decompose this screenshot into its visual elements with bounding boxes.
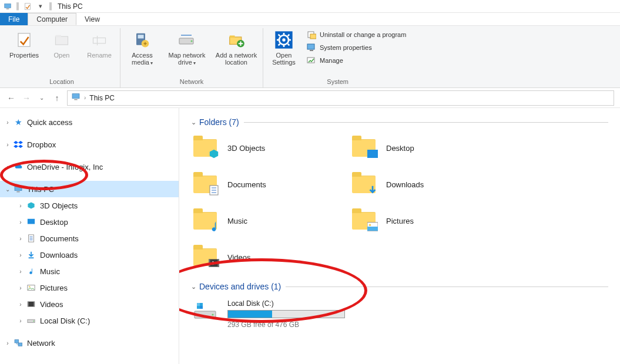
svg-rect-5 bbox=[56, 35, 61, 38]
folder-downloads[interactable]: Downloads bbox=[350, 169, 508, 200]
svg-point-58 bbox=[369, 224, 371, 227]
recent-locations-button[interactable]: ⌄ bbox=[36, 95, 47, 101]
svg-rect-9 bbox=[138, 35, 144, 38]
properties-icon bbox=[15, 31, 33, 49]
open-button[interactable]: Open bbox=[45, 28, 79, 74]
open-settings-button[interactable]: Open Settings bbox=[267, 28, 301, 74]
disk-icon bbox=[26, 315, 36, 326]
chevron-right-icon[interactable]: › bbox=[16, 301, 25, 308]
pictures-icon bbox=[26, 282, 36, 293]
svg-rect-60 bbox=[209, 259, 210, 267]
folder-videos[interactable]: Videos bbox=[191, 242, 350, 272]
properties-button[interactable]: Properties bbox=[7, 28, 41, 74]
drive-local-disk[interactable]: Local Disk (C:) 293 GB free of 476 GB bbox=[191, 297, 608, 331]
uninstall-program-button[interactable]: Uninstall or change a program bbox=[304, 28, 408, 41]
tree-quick-access[interactable]: › ★ Quick access bbox=[0, 114, 179, 130]
section-divider bbox=[286, 287, 608, 287]
svg-rect-1 bbox=[6, 8, 9, 9]
properties-qat-icon[interactable] bbox=[22, 1, 33, 12]
chevron-right-icon[interactable]: › bbox=[16, 268, 25, 275]
chevron-right-icon[interactable]: › bbox=[16, 203, 25, 209]
folders-section-header[interactable]: ⌄ Folders (7) bbox=[191, 117, 608, 127]
content-pane: ⌄ Folders (7) 3D Objects Desktop Documen… bbox=[179, 108, 620, 364]
svg-rect-36 bbox=[28, 219, 35, 224]
svg-point-48 bbox=[33, 321, 35, 322]
folder-3d-objects[interactable]: 3D Objects bbox=[191, 133, 350, 163]
music-folder-icon bbox=[191, 207, 219, 235]
add-network-location-button[interactable]: Add a network location bbox=[213, 28, 259, 74]
pc-icon bbox=[2, 1, 13, 12]
chevron-right-icon[interactable]: › bbox=[4, 340, 12, 346]
desktop-icon bbox=[26, 217, 36, 227]
chevron-down-icon[interactable]: ⌄ bbox=[4, 186, 12, 193]
svg-rect-32 bbox=[72, 94, 79, 99]
chevron-right-icon[interactable]: › bbox=[16, 285, 25, 291]
folder-desktop[interactable]: Desktop bbox=[350, 133, 508, 163]
tree-downloads[interactable]: › Downloads bbox=[0, 247, 179, 263]
chevron-right-icon[interactable]: › bbox=[16, 252, 25, 258]
svg-rect-4 bbox=[56, 36, 68, 45]
chevron-right-icon[interactable]: › bbox=[16, 318, 25, 324]
onedrive-icon bbox=[13, 161, 24, 172]
access-media-icon bbox=[133, 31, 152, 49]
downloads-folder-icon bbox=[350, 170, 378, 198]
manage-button[interactable]: Manage bbox=[304, 54, 408, 67]
chevron-right-icon[interactable]: › bbox=[4, 141, 12, 148]
tree-videos[interactable]: › Videos bbox=[0, 296, 179, 312]
tree-music[interactable]: › Music bbox=[0, 263, 179, 279]
svg-rect-29 bbox=[307, 44, 314, 49]
map-drive-button[interactable]: Map network drive bbox=[164, 28, 210, 74]
drives-section-header[interactable]: ⌄ Devices and drives (1) bbox=[191, 282, 608, 291]
chevron-down-icon[interactable]: ▾ bbox=[35, 1, 46, 12]
folder-documents[interactable]: Documents bbox=[191, 169, 350, 200]
chevron-right-icon[interactable]: › bbox=[16, 219, 25, 225]
svg-rect-51 bbox=[367, 150, 378, 158]
svg-rect-46 bbox=[33, 302, 35, 307]
folder-music[interactable]: Music bbox=[191, 205, 350, 236]
address-bar[interactable]: › This PC bbox=[67, 90, 614, 106]
section-divider bbox=[244, 122, 608, 123]
tree-3d-objects[interactable]: › 3D Objects bbox=[0, 197, 179, 214]
folder-pictures[interactable]: Pictures bbox=[350, 205, 508, 236]
up-button[interactable]: ↑ bbox=[52, 93, 62, 103]
tab-view[interactable]: View bbox=[76, 13, 108, 25]
tree-dropbox[interactable]: › Dropbox bbox=[0, 136, 179, 153]
chevron-right-icon[interactable]: › bbox=[4, 119, 12, 126]
window-title: This PC bbox=[58, 2, 83, 11]
desktop-folder-icon bbox=[350, 134, 378, 162]
chevron-down-icon: ⌄ bbox=[191, 283, 199, 291]
tree-network[interactable]: › Network bbox=[0, 335, 179, 351]
forward-button[interactable]: → bbox=[21, 93, 32, 103]
rename-button[interactable]: Rename bbox=[82, 28, 116, 74]
svg-line-23 bbox=[279, 35, 280, 36]
svg-rect-50 bbox=[18, 343, 22, 346]
tree-desktop[interactable]: › Desktop bbox=[0, 214, 179, 230]
system-properties-button[interactable]: System properties bbox=[304, 41, 408, 54]
svg-rect-33 bbox=[74, 99, 77, 100]
svg-rect-66 bbox=[200, 306, 203, 309]
rename-icon bbox=[90, 31, 109, 49]
ribbon-group-location: Properties Open Rename Location bbox=[4, 28, 120, 87]
svg-rect-6 bbox=[93, 38, 106, 43]
back-button[interactable]: ← bbox=[6, 93, 16, 103]
tree-onedrive[interactable]: › OneDrive - Infogix, Inc bbox=[0, 159, 179, 175]
breadcrumb-root[interactable]: This PC bbox=[89, 94, 115, 102]
tree-this-pc[interactable]: ⌄ This PC bbox=[0, 181, 179, 197]
tree-local-disk[interactable]: › Local Disk (C:) bbox=[0, 312, 179, 329]
videos-folder-icon bbox=[191, 243, 219, 271]
access-media-button[interactable]: Access media bbox=[124, 28, 160, 74]
svg-point-63 bbox=[212, 314, 213, 315]
svg-line-25 bbox=[288, 35, 290, 36]
svg-rect-14 bbox=[230, 36, 235, 38]
svg-rect-45 bbox=[28, 302, 29, 307]
svg-line-24 bbox=[288, 44, 290, 46]
chevron-right-icon[interactable]: › bbox=[4, 164, 12, 170]
ribbon-tabs: File Computer View bbox=[0, 13, 620, 26]
tree-pictures[interactable]: › Pictures bbox=[0, 279, 179, 296]
3d-objects-icon bbox=[26, 200, 36, 211]
chevron-right-icon[interactable]: › bbox=[16, 235, 25, 242]
tab-computer[interactable]: Computer bbox=[28, 13, 76, 25]
tree-documents[interactable]: › Documents bbox=[0, 230, 179, 247]
svg-point-43 bbox=[29, 286, 30, 287]
tab-file[interactable]: File bbox=[0, 13, 28, 25]
